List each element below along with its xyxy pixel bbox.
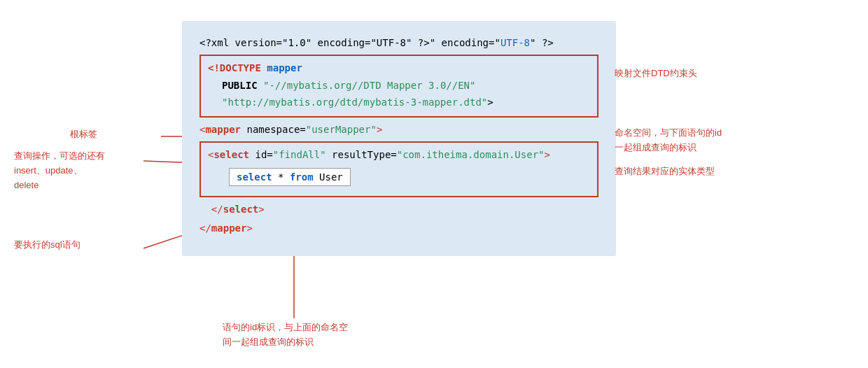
doctype-label: 映射文件DTD约束头 [615,66,755,80]
select-open-line: <select id="findAll" resultType="com.ith… [208,147,590,162]
mapper-close-line: </mapper> [200,220,598,236]
result-type-label: 查询结果对应的实体类型 [615,164,769,178]
select-close-line: </select> [200,201,598,217]
namespace-label: 命名空间，与下面语句的id一起组成查询的标识 [615,126,769,155]
sql-body-wrapper: select * from User [215,165,590,189]
doctype-line3: "http://mybatis.org/dtd/mybatis-3-mapper… [208,94,590,110]
root-tag-label: 根标签 [70,127,97,141]
sql-label: 要执行的sql语句 [14,238,80,252]
select-ops-label: 查询操作，可选的还有insert、update、delete [14,149,144,192]
doctype-line2: PUBLIC "-//mybatis.org//DTD Mapper 3.0//… [208,78,590,93]
select-box: <select id="findAll" resultType="com.ith… [200,141,598,197]
doctype-box: <!DOCTYPE mapper PUBLIC "-//mybatis.org/… [200,55,598,117]
xml-declaration: <?xml version="1.0" encoding="UTF-8" ?>"… [200,35,598,50]
mapper-open-line: <mapper namespace="userMapper"> [200,122,598,137]
id-label: 语句的id标识，与上面的命名空间一起组成查询的标识 [223,320,391,350]
xml-display-box: <?xml version="1.0" encoding="UTF-8" ?>"… [182,21,616,256]
sql-body: select * from User [229,168,351,186]
doctype-line1: <!DOCTYPE mapper [208,60,590,76]
